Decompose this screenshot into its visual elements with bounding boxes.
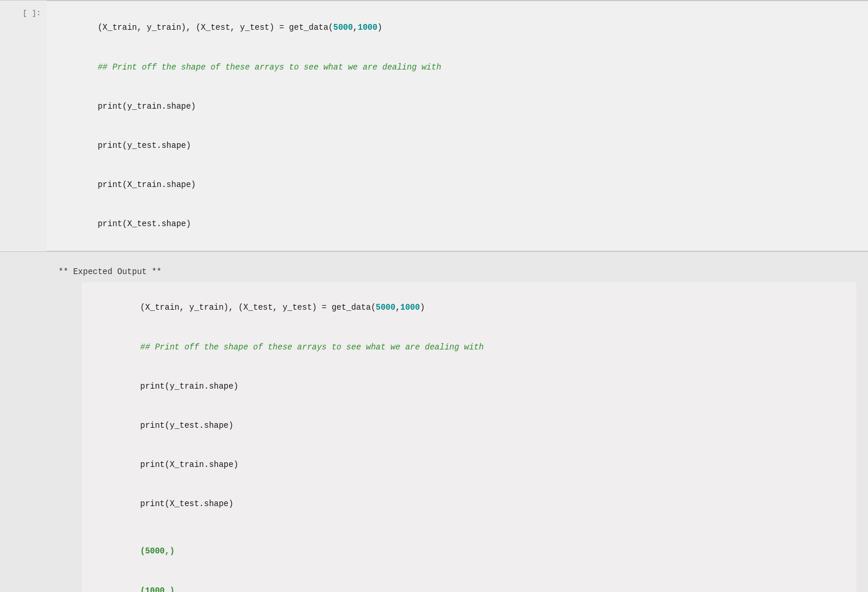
code-text: print(y_test.shape): [98, 141, 191, 150]
code-text: print(X_test.shape): [140, 499, 234, 508]
code-number: 5000: [376, 303, 395, 312]
code-cell-1: [ ]: (X_train, y_train), (X_test, y_test…: [0, 0, 868, 252]
code-text: print(X_test.shape): [98, 219, 191, 229]
code-number: 5000: [333, 23, 353, 32]
code-line-1-5: print(X_train.shape): [58, 165, 856, 205]
code-comment: ## Print off the shape of these arrays t…: [98, 63, 441, 72]
code-line-1-2: ## Print off the shape of these arrays t…: [58, 47, 856, 86]
code-text: print(y_train.shape): [98, 102, 196, 111]
code-text: print(y_train.shape): [140, 382, 238, 391]
code-line-1-6: print(X_test.shape): [58, 205, 856, 244]
expected-line-1: (X_train, y_train), (X_test, y_test) = g…: [91, 288, 847, 327]
spacer: [91, 524, 847, 532]
cell-content-1[interactable]: (X_train, y_train), (X_test, y_test) = g…: [47, 1, 868, 251]
output-text: (5000,): [140, 546, 175, 556]
cell-gutter-expected: [0, 253, 47, 592]
expected-output-label: ** Expected Output **: [58, 267, 856, 276]
code-line-1-3: print(y_train.shape): [58, 86, 856, 126]
expected-output-content: ** Expected Output ** (X_train, y_train)…: [47, 253, 868, 592]
code-text: print(X_train.shape): [140, 460, 238, 469]
code-text: (X_train, y_train), (X_test, y_test) = g…: [140, 303, 376, 312]
expected-line-6: print(X_test.shape): [91, 484, 847, 524]
code-text: (X_train, y_train), (X_test, y_test) = g…: [98, 23, 333, 32]
notebook-container: [ ]: (X_train, y_train), (X_test, y_test…: [0, 0, 868, 592]
gutter-label-1: [ ]:: [23, 9, 41, 18]
code-number: 1000: [400, 303, 420, 312]
code-text: ,: [353, 23, 357, 32]
code-text: ): [420, 303, 425, 312]
code-number: 1000: [358, 23, 378, 32]
code-text: print(X_train.shape): [98, 180, 196, 189]
code-line-1-1: (X_train, y_train), (X_test, y_test) = g…: [58, 8, 856, 47]
output-text: (1000,): [140, 586, 175, 592]
expected-output-block: (X_train, y_train), (X_test, y_test) = g…: [82, 282, 856, 592]
code-text: ): [377, 23, 382, 32]
expected-line-4: print(y_test.shape): [91, 406, 847, 445]
expected-line-2: ## Print off the shape of these arrays t…: [91, 327, 847, 366]
expected-output-cell: ** Expected Output ** (X_train, y_train)…: [0, 253, 868, 592]
code-comment: ## Print off the shape of these arrays t…: [140, 342, 484, 352]
expected-line-5: print(X_train.shape): [91, 445, 847, 484]
cell-gutter-1: [ ]:: [0, 1, 47, 251]
expected-output-1: (5000,): [91, 532, 847, 571]
code-line-1-4: print(y_test.shape): [58, 126, 856, 165]
expected-line-3: print(y_train.shape): [91, 366, 847, 406]
expected-output-2: (1000,): [91, 571, 847, 592]
code-text: print(y_test.shape): [140, 421, 234, 430]
